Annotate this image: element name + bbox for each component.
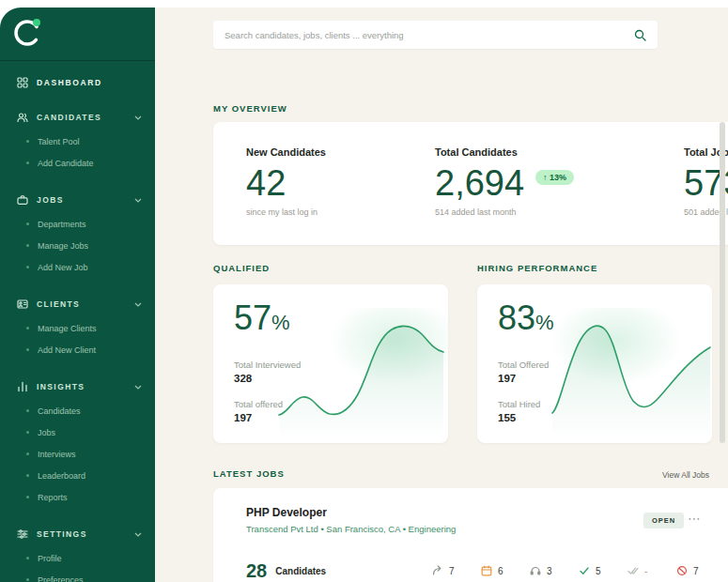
- vertical-scrollbar[interactable]: [720, 122, 725, 443]
- bullet-dot-icon: [26, 266, 29, 268]
- sidebar-section-label: CANDIDATES: [37, 113, 126, 122]
- stat-label: Total Candidates: [435, 146, 574, 158]
- search-input[interactable]: [225, 30, 634, 40]
- stat-subtext: since my last log in: [246, 207, 326, 217]
- stat-value: 6: [498, 566, 503, 576]
- calendar-icon: [481, 565, 492, 576]
- sidebar-section-candidates[interactable]: CANDIDATES: [0, 110, 155, 125]
- sidebar-item-interviews[interactable]: Interviews: [0, 443, 155, 465]
- stat-value: 7: [449, 566, 455, 576]
- share-arrow-icon: [432, 565, 443, 576]
- blocked-icon: [676, 565, 688, 576]
- job-status-badge[interactable]: OPEN: [643, 513, 684, 528]
- percent-sign: %: [271, 311, 290, 334]
- stat-new-candidates: New Candidates 42 since my last log in: [246, 146, 326, 217]
- stat-offered[interactable]: 5: [579, 565, 605, 576]
- check-icon: [579, 565, 590, 576]
- settings-icon: [17, 528, 28, 540]
- metric-total-offered: Total Offered 197: [498, 360, 549, 384]
- sidebar-subitem-label: Profile: [38, 554, 62, 563]
- bullet-dot-icon: [26, 496, 29, 498]
- overview-stats-card: New Candidates 42 since my last log in T…: [213, 122, 728, 245]
- double-check-icon: [627, 565, 639, 576]
- stat-interviewed[interactable]: 3: [530, 565, 556, 576]
- chevron-down-icon: [134, 302, 142, 307]
- metric-value: 197: [498, 373, 549, 384]
- stat-hired[interactable]: -: [627, 565, 654, 576]
- stat-shared[interactable]: 7: [432, 565, 458, 576]
- sidebar-item-departments[interactable]: Departments: [0, 213, 155, 235]
- bullet-dot-icon: [26, 244, 29, 247]
- sidebar-subitem-label: Departments: [38, 220, 86, 229]
- stat-value: 7: [693, 566, 699, 576]
- sidebar: DASHBOARD CANDIDATES Talent Poo: [0, 8, 155, 582]
- metric-label: Total Hired: [498, 399, 540, 409]
- sidebar-section-insights[interactable]: INSIGHTS: [0, 379, 155, 394]
- chevron-down-icon: [134, 198, 142, 203]
- bullet-dot-icon: [26, 578, 29, 581]
- metric-total-hired: Total Hired 155: [498, 399, 540, 423]
- sidebar-section-clients[interactable]: CLIENTS: [0, 297, 155, 312]
- bullet-dot-icon: [26, 452, 29, 455]
- sidebar-section-jobs[interactable]: JOBS: [0, 192, 155, 207]
- qualified-title: QUALIFIED: [213, 263, 270, 273]
- sidebar-item-talent-pool[interactable]: Talent Pool: [0, 130, 155, 152]
- stat-total-candidates: Total Candidates 2,694 ↑ 13% 514 added l…: [435, 146, 574, 217]
- bullet-dot-icon: [26, 409, 29, 412]
- stat-rejected[interactable]: 7: [676, 565, 703, 576]
- sidebar-item-dashboard[interactable]: DASHBOARD: [0, 74, 155, 91]
- global-search: [213, 21, 658, 49]
- stat-scheduled[interactable]: 6: [481, 565, 507, 576]
- sidebar-sublist: Manage Clients Add New Client: [0, 317, 155, 360]
- sidebar-item-add-candidate[interactable]: Add Candidate: [0, 152, 155, 174]
- bullet-dot-icon: [26, 327, 29, 329]
- hiring-performance-card: 83% Total Offered 197 Total Hired 155: [477, 284, 712, 443]
- sidebar-item-insights-candidates[interactable]: Candidates: [0, 400, 155, 421]
- stat-subtext: 514 added last month: [435, 207, 574, 217]
- sidebar-section-label: JOBS: [37, 195, 126, 205]
- metric-label: Total Interviewed: [234, 360, 301, 370]
- clients-icon: [17, 299, 28, 310]
- sidebar-section-label: SETTINGS: [37, 529, 126, 539]
- qualified-card: 57% Total Interviewed 328 Total offered …: [213, 284, 448, 443]
- search-icon[interactable]: [634, 29, 646, 41]
- sidebar-subitem-label: Talent Pool: [38, 137, 80, 146]
- percent-value: 83: [498, 299, 535, 337]
- sidebar-item-reports[interactable]: Reports: [0, 486, 155, 508]
- chevron-down-icon: [134, 385, 142, 390]
- sidebar-item-manage-jobs[interactable]: Manage Jobs: [0, 235, 155, 256]
- sidebar-item-add-new-client[interactable]: Add New Client: [0, 339, 155, 360]
- job-pipeline-stats: 7 6 3: [432, 565, 703, 576]
- sidebar-item-insights-jobs[interactable]: Jobs: [0, 421, 155, 443]
- candidates-count-value: 28: [246, 560, 267, 582]
- sidebar-item-label: DASHBOARD: [37, 78, 102, 87]
- view-all-jobs-link[interactable]: View All Jobs: [662, 470, 709, 480]
- more-options-icon[interactable]: ⋯: [688, 511, 702, 526]
- sidebar-sublist: Profile Preferences Notifications: [0, 547, 155, 582]
- sidebar-section-settings[interactable]: SETTINGS: [0, 527, 155, 542]
- app-logo[interactable]: [11, 15, 45, 49]
- sidebar-item-add-new-job[interactable]: Add New Job: [0, 256, 155, 278]
- sidebar-sublist: Talent Pool Add Candidate: [0, 130, 155, 174]
- qualified-sparkline-chart: [277, 308, 448, 439]
- sidebar-subitem-label: Candidates: [38, 406, 81, 416]
- sidebar-item-leaderboard[interactable]: Leaderboard: [0, 465, 155, 486]
- sidebar-sublist: Departments Manage Jobs Add New Job: [0, 213, 155, 278]
- bullet-dot-icon: [26, 140, 29, 143]
- job-card[interactable]: PHP Developer Transcend Pvt Ltd • San Fr…: [213, 488, 728, 582]
- metric-total-offered: Total offered 197: [234, 399, 283, 423]
- stat-value: -: [644, 566, 647, 576]
- candidates-count-label: Candidates: [275, 566, 326, 576]
- bullet-dot-icon: [26, 348, 29, 351]
- sidebar-item-manage-clients[interactable]: Manage Clients: [0, 317, 155, 339]
- trend-badge: ↑ 13%: [535, 170, 574, 185]
- bullet-dot-icon: [26, 431, 29, 434]
- sidebar-subitem-label: Add New Client: [38, 345, 96, 355]
- sidebar-item-preferences[interactable]: Preferences: [0, 569, 155, 582]
- sidebar-item-profile[interactable]: Profile: [0, 547, 155, 569]
- qualified-percent: 57%: [234, 301, 290, 335]
- sidebar-subitem-label: Preferences: [38, 575, 84, 582]
- insights-icon: [17, 381, 28, 392]
- chevron-down-icon: [134, 532, 142, 537]
- stat-label: New Candidates: [246, 146, 326, 158]
